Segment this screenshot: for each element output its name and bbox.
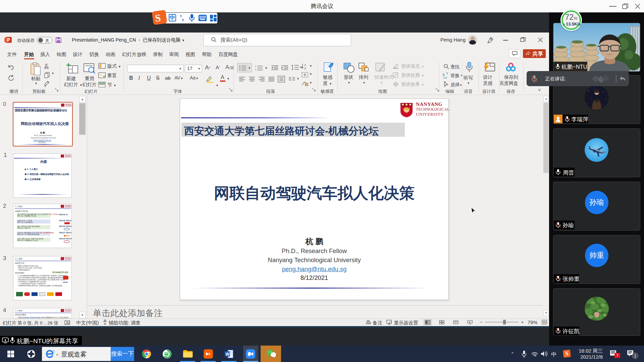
svg-text:c: c bbox=[445, 76, 447, 79]
svg-text:W: W bbox=[226, 352, 230, 357]
svg-text:A: A bbox=[304, 63, 306, 67]
svg-text:Z: Z bbox=[304, 67, 306, 70]
svg-text:b: b bbox=[443, 73, 445, 76]
svg-text:1: 1 bbox=[255, 65, 256, 67]
svg-text:2: 2 bbox=[255, 68, 256, 70]
